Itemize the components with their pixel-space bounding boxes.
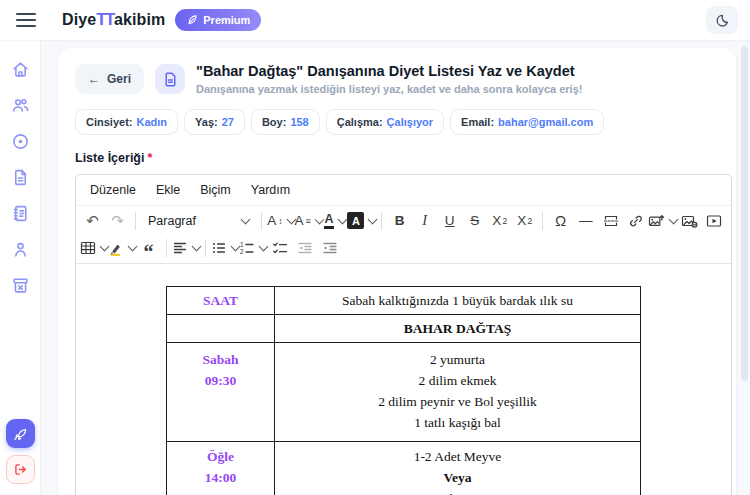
empty-cell[interactable]: [167, 315, 275, 343]
subscript-icon[interactable]: X2: [487, 209, 512, 233]
back-label: Geri: [107, 72, 131, 86]
premium-label: Premium: [203, 14, 250, 26]
meal-item: 2 dilim ekmek: [281, 370, 634, 391]
home-icon[interactable]: [10, 59, 30, 79]
logo-tt: TT: [96, 10, 114, 29]
topbar: DiyeTTakibim Premium: [0, 0, 750, 40]
clients-icon[interactable]: [10, 95, 30, 115]
table-row: BAHAR DAĞTAŞ: [167, 315, 641, 343]
rocket-button[interactable]: [6, 419, 35, 448]
client-name-cell[interactable]: BAHAR DAĞTAŞ: [275, 315, 641, 343]
note-cell[interactable]: Sabah kalktığınızda 1 büyük bardak ılık …: [275, 287, 641, 315]
strikethrough-icon[interactable]: S: [462, 209, 487, 233]
profile-icon[interactable]: [10, 239, 30, 259]
table-row: Öğle 14:00 1-2 Adet Meyve Veya 1 Avuç ku…: [167, 442, 641, 495]
link-icon[interactable]: [623, 209, 648, 233]
meal-item: 2 yumurta: [281, 349, 634, 370]
rich-text-editor: Düzenle Ekle Biçim Yardım ↶ ↷ Paragraf A…: [75, 174, 732, 495]
diet-lists-icon[interactable]: [10, 167, 30, 187]
bold-icon[interactable]: B: [387, 209, 412, 233]
undo-icon[interactable]: ↶: [80, 209, 105, 233]
meal-item: Veya: [281, 467, 634, 488]
superscript-icon[interactable]: X2: [512, 209, 537, 233]
numbered-list-icon[interactable]: 1 2: [239, 236, 267, 260]
archive-icon[interactable]: [10, 275, 30, 295]
document-badge: [155, 64, 185, 94]
line-height-dropdown[interactable]: A≡: [294, 209, 322, 233]
blockquote-icon[interactable]: “: [136, 232, 161, 264]
underline-icon[interactable]: U: [437, 209, 462, 233]
font-size-dropdown[interactable]: A↕: [267, 209, 294, 233]
time-header-cell[interactable]: SAAT: [167, 287, 275, 315]
editor-toolbar: ↶ ↷ Paragraf A↕ A≡ A: [76, 206, 731, 264]
menu-edit[interactable]: Düzenle: [81, 179, 145, 201]
app-window: DiyeTTakibim Premium: [0, 0, 750, 495]
diet-table: SAAT Sabah kalktığınızda 1 büyük bardak …: [166, 286, 641, 495]
back-button[interactable]: ← Geri: [75, 64, 144, 94]
client-info-chips: Cinsiyet:Kadın Yaş:27 Boy:158 Çalışma:Ça…: [75, 109, 730, 135]
chip-height: Boy:158: [251, 109, 320, 135]
logo-text-1: Diye: [62, 11, 96, 28]
meal1-items-cell[interactable]: 2 yumurta 2 dilim ekmek 2 dilim peynir v…: [275, 343, 641, 442]
table-row: Sabah 09:30 2 yumurta 2 dilim ekmek 2 di…: [167, 343, 641, 442]
outdent-icon[interactable]: [292, 236, 317, 260]
italic-icon[interactable]: I: [412, 209, 437, 233]
hamburger-menu-icon[interactable]: [16, 13, 36, 27]
chevron-down-icon: [192, 241, 202, 251]
meal1-time-cell[interactable]: Sabah 09:30: [167, 343, 275, 442]
quill-icon: [186, 14, 198, 26]
scrollbar-thumb[interactable]: [741, 46, 748, 381]
support-icon[interactable]: [10, 131, 30, 151]
chevron-down-icon: [241, 214, 251, 224]
required-marker: *: [147, 151, 152, 165]
page-title: "Bahar Dağtaş" Danışanına Diyet Listesi …: [196, 63, 582, 79]
table-icon[interactable]: [80, 236, 108, 260]
image-options-icon[interactable]: [677, 209, 702, 233]
chip-gender: Cinsiyet:Kadın: [75, 109, 178, 135]
meal-item: 1 tatlı kaşığı bal: [281, 412, 634, 433]
chip-age: Yaş:27: [184, 109, 245, 135]
meal-item: 1 Avuç kuruyemiş: [281, 488, 634, 495]
special-character-icon[interactable]: Ω: [548, 209, 573, 233]
redo-icon[interactable]: ↷: [105, 209, 130, 233]
text-color-button[interactable]: A: [322, 209, 347, 233]
scrollbar-track: [740, 44, 749, 495]
menu-insert[interactable]: Ekle: [147, 179, 189, 201]
indent-icon[interactable]: [317, 236, 342, 260]
bullet-list-icon[interactable]: [211, 236, 239, 260]
highlighter-icon[interactable]: [108, 236, 136, 260]
main-content-card: ← Geri "Bahar Dağtaş" Danışanına Diyet L…: [58, 48, 736, 495]
align-dropdown[interactable]: [172, 236, 200, 260]
theme-toggle-button[interactable]: [706, 6, 738, 34]
notebook-icon[interactable]: [10, 203, 30, 223]
chevron-down-icon: [368, 214, 378, 224]
meal2-items-cell[interactable]: 1-2 Adet Meyve Veya 1 Avuç kuruyemiş: [275, 442, 641, 495]
page-subtitle: Danışanına yazmak istediğin listeyi yaz,…: [196, 83, 582, 95]
moon-icon: [715, 13, 730, 28]
editor-menubar: Düzenle Ekle Biçim Yardım: [76, 175, 731, 206]
insert-image-icon[interactable]: [648, 209, 677, 233]
meal-item: 1-2 Adet Meyve: [281, 446, 634, 467]
chevron-down-icon: [337, 214, 347, 224]
list-content-label: Liste İçeriği*: [75, 151, 730, 165]
logout-button[interactable]: [6, 455, 35, 484]
table-row: SAAT Sabah kalktığınızda 1 büyük bardak …: [167, 287, 641, 315]
premium-badge[interactable]: Premium: [175, 9, 261, 31]
sidebar: [0, 40, 41, 495]
menu-help[interactable]: Yardım: [242, 179, 299, 201]
horizontal-rule-icon[interactable]: —: [573, 209, 598, 233]
chip-work: Çalışma:Çalışıyor: [326, 109, 444, 135]
editor-content-area[interactable]: SAAT Sabah kalktığınızda 1 büyük bardak …: [76, 264, 731, 495]
background-color-button[interactable]: A: [347, 209, 376, 233]
meal-item: 2 dilim peynir ve Bol yeşillik: [281, 391, 634, 412]
page-header: ← Geri "Bahar Dağtaş" Danışanına Diyet L…: [75, 63, 730, 95]
menu-format[interactable]: Biçim: [191, 179, 240, 201]
meal2-time-cell[interactable]: Öğle 14:00: [167, 442, 275, 495]
rocket-icon: [12, 426, 28, 442]
back-arrow-icon: ←: [88, 72, 100, 86]
page-break-icon[interactable]: [598, 209, 623, 233]
media-icon[interactable]: [702, 209, 727, 233]
app-logo: DiyeTTakibim: [62, 10, 165, 30]
checklist-icon[interactable]: [267, 236, 292, 260]
paragraph-style-dropdown[interactable]: Paragraf: [141, 209, 256, 233]
